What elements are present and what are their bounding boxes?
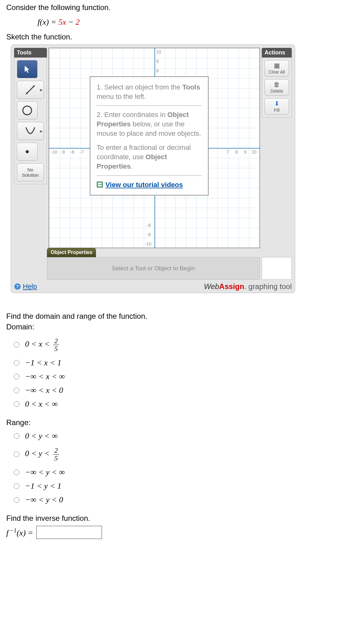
inverse-prompt: Find the inverse function. <box>6 514 358 523</box>
graphing-tool: Tools ▶ ▶ No Solutio <box>11 44 295 293</box>
domain-opt-4[interactable]: −∞ < x < 0 <box>14 386 358 395</box>
range-radio-1[interactable] <box>14 433 19 439</box>
circle-tool[interactable] <box>17 101 38 119</box>
ytick: -8 <box>147 223 151 228</box>
point-tool[interactable] <box>17 143 38 161</box>
domain-radio-3[interactable] <box>14 374 19 379</box>
delete-button[interactable]: 🗑 Delete <box>265 79 289 96</box>
clear-all-label: Clear All <box>269 69 285 74</box>
film-icon <box>97 181 103 188</box>
func-5x: 5x <box>58 18 66 27</box>
inverse-lhs: f −1(x) = <box>6 527 33 538</box>
range-options: 0 < y < ∞ 0 < y < 25 −∞ < y < ∞ −1 < y <… <box>14 431 358 505</box>
brand: WebAssign. graphing tool <box>204 282 292 291</box>
svg-text:?: ? <box>16 284 19 289</box>
xtick: 9 <box>244 150 246 155</box>
instr-3a: To enter a fractional or decimal coordin… <box>97 144 191 161</box>
help-text: Help <box>23 282 37 291</box>
range-radio-4[interactable] <box>14 483 19 489</box>
xtick: -8 <box>70 150 74 155</box>
graph-canvas[interactable]: // grid drawn via JS below after data lo… <box>49 48 260 248</box>
tools-panel: Tools ▶ ▶ No Solutio <box>14 48 47 248</box>
svg-rect-7 <box>98 185 102 186</box>
range-radio-2[interactable] <box>14 451 19 457</box>
fill-icon: ⬇ <box>274 100 280 107</box>
domain-opt-5[interactable]: 0 < x < ∞ <box>14 399 358 409</box>
actions-panel: Actions ▦ Clear All 🗑 Delete ⬇ Fill <box>262 48 292 248</box>
instr-2a: 2. Enter coordinates in <box>97 111 167 119</box>
range-opt-4[interactable]: −1 < y < 1 <box>14 481 358 491</box>
no-solution-button[interactable]: No Solution <box>17 163 44 181</box>
inverse-answer-input[interactable] <box>36 526 102 539</box>
intro-text: Consider the following function. <box>6 3 358 12</box>
clear-all-icon: ▦ <box>274 62 280 69</box>
domain-label: Domain: <box>6 323 358 331</box>
range-label: Range: <box>6 418 358 427</box>
xtick: -9 <box>61 150 65 155</box>
xtick: -10 <box>51 150 57 155</box>
domain-opt-1[interactable]: 0 < x < 25 <box>14 336 358 354</box>
ytick: -10 <box>145 241 151 246</box>
func-minus: − <box>66 18 76 27</box>
sketch-prompt: Sketch the function. <box>6 33 358 41</box>
pointer-tool[interactable] <box>17 60 38 78</box>
xtick: 7 <box>226 150 229 155</box>
help-icon: ? <box>14 283 21 290</box>
xtick: 8 <box>235 150 238 155</box>
instruction-overlay: 1. Select an object from the Tools menu … <box>90 76 209 196</box>
ytick: -9 <box>147 232 151 237</box>
object-properties-side <box>262 257 292 280</box>
object-properties-tab[interactable]: Object Properties <box>47 248 96 257</box>
parabola-tool[interactable]: ▶ <box>17 122 44 140</box>
domain-radio-2[interactable] <box>14 360 19 366</box>
range-opt-3[interactable]: −∞ < y < ∞ <box>14 468 358 477</box>
instr-1a: 1. Select an object from the <box>97 83 182 91</box>
domain-opt-2[interactable]: −1 < x < 1 <box>14 358 358 368</box>
instr-1b: Tools <box>182 83 200 91</box>
fill-label: Fill <box>274 108 280 113</box>
svg-rect-5 <box>97 182 103 187</box>
domain-opt-3[interactable]: −∞ < x < ∞ <box>14 372 358 381</box>
actions-header: Actions <box>262 48 292 58</box>
xtick: 10 <box>251 150 256 155</box>
help-link[interactable]: ? Help <box>14 282 37 291</box>
range-opt-2[interactable]: 0 < y < 25 <box>14 445 358 463</box>
delete-label: Delete <box>270 89 283 94</box>
ytick: 8 <box>156 68 159 73</box>
instr-1c: menu to the left. <box>97 93 146 100</box>
range-radio-5[interactable] <box>14 497 19 503</box>
range-radio-3[interactable] <box>14 470 19 475</box>
line-tool[interactable]: ▶ <box>17 81 44 99</box>
trash-icon: 🗑 <box>274 81 280 88</box>
ytick: 10 <box>156 49 161 54</box>
svg-line-0 <box>26 85 35 94</box>
range-opt-5[interactable]: −∞ < y < 0 <box>14 495 358 505</box>
func-2: 2 <box>76 18 80 27</box>
range-opt-1[interactable]: 0 < y < ∞ <box>14 431 358 441</box>
xtick: -7 <box>80 150 83 155</box>
fill-button[interactable]: ⬇ Fill <box>265 98 289 115</box>
clear-all-button[interactable]: ▦ Clear All <box>265 60 289 77</box>
ytick: 9 <box>156 59 159 64</box>
domain-options: 0 < x < 25 −1 < x < 1 −∞ < x < ∞ −∞ < x … <box>14 336 358 409</box>
svg-rect-6 <box>98 183 102 184</box>
domain-radio-5[interactable] <box>14 401 19 407</box>
object-properties-placeholder: Select a Tool or Object to Begin <box>47 257 260 280</box>
svg-point-3 <box>23 106 32 115</box>
instr-3c: . <box>131 162 133 170</box>
function-definition: f(x) = 5x − 2 <box>38 18 358 27</box>
tutorial-text: View our tutorial videos <box>105 180 183 190</box>
func-lhs: f(x) = <box>38 18 58 27</box>
tools-header: Tools <box>14 48 47 58</box>
domain-radio-1[interactable] <box>14 342 19 348</box>
svg-point-4 <box>26 150 29 153</box>
brand-suffix: graphing tool <box>246 282 292 291</box>
domain-range-prompt: Find the domain and range of the functio… <box>6 312 358 321</box>
tutorial-link[interactable]: View our tutorial videos <box>97 180 202 190</box>
domain-radio-4[interactable] <box>14 388 19 393</box>
